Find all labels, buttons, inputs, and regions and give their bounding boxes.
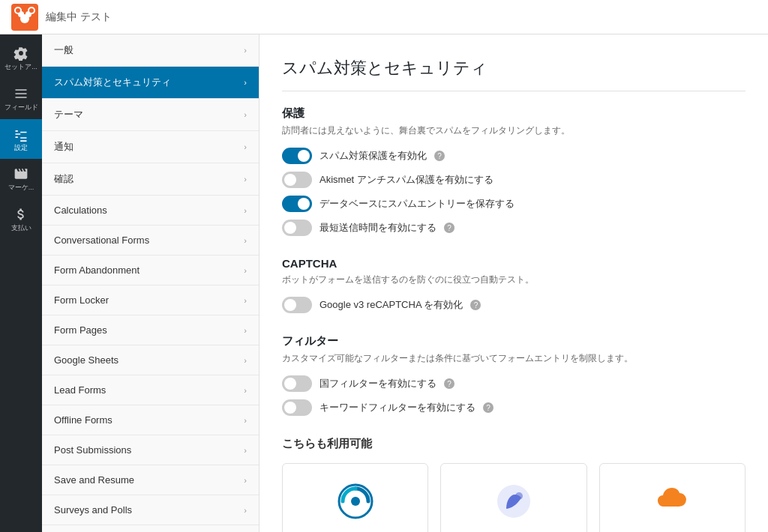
sidebar-label-payments: 支払い <box>11 224 32 232</box>
sidebar-item-settings[interactable]: 設定 <box>0 119 42 160</box>
section-captcha: CAPTCHA ボットがフォームを送信するのを防ぐのに役立つ自動テスト。 Goo… <box>282 257 746 313</box>
toggle-row-database: データベースにスパムエントリーを保存する <box>282 196 746 212</box>
app-logo <box>11 4 38 31</box>
toggle-mintime[interactable] <box>282 220 312 236</box>
toggle-row-akismet: Akismet アンチスパム保護を有効にする <box>282 172 746 188</box>
section-filters-desc: カスタマイズ可能なフィルターまたは条件に基づいてフォームエントリを制限します。 <box>282 352 746 365</box>
chevron-right-icon: › <box>244 386 247 395</box>
sidebar-label-settings: 設定 <box>14 144 28 152</box>
sidebar-item-field[interactable]: フィールド <box>0 79 42 119</box>
section-protection-desc: 訪問者には見えないように、舞台裏でスパムをフィルタリングします。 <box>282 124 746 137</box>
svg-point-4 <box>15 7 21 13</box>
nav-item-calculations[interactable]: Calculations › <box>42 196 259 226</box>
chevron-right-icon: › <box>244 326 247 335</box>
toggle-spam-label: スパム対策保護を有効化 <box>320 149 427 163</box>
nav-item-pages[interactable]: Form Pages › <box>42 315 259 345</box>
nav-item-offline[interactable]: Offline Forms › <box>42 405 259 435</box>
chevron-right-icon: › <box>244 266 247 275</box>
help-icon-recaptcha[interactable]: ? <box>470 300 481 310</box>
toggle-row-spam: スパム対策保護を有効化 ? <box>282 148 746 164</box>
section-captcha-title: CAPTCHA <box>282 257 746 270</box>
chevron-right-icon: › <box>244 110 247 119</box>
nav-item-confirmation[interactable]: 確認 › <box>42 163 259 196</box>
section-also-available: こちらも利用可能 カスタム CAPTCHA カスタムの質問をするか、訪問者にラン… <box>282 437 746 532</box>
cards-row: カスタム CAPTCHA カスタムの質問をするか、訪問者にランダムな数字パズルに… <box>282 463 746 532</box>
chevron-right-icon: › <box>244 236 247 245</box>
help-icon-mintime[interactable]: ? <box>444 223 454 233</box>
cloudflare-icon <box>650 479 694 524</box>
section-protection: 保護 訪問者には見えないように、舞台裏でスパムをフィルタリングします。 スパム対… <box>282 106 746 236</box>
toggle-database-label: データベースにスパムエントリーを保存する <box>320 197 514 211</box>
chevron-right-icon: › <box>244 296 247 305</box>
svg-point-9 <box>515 492 523 500</box>
chevron-right-icon: › <box>244 446 247 455</box>
toggle-row-mintime: 最短送信時間を有効にする ? <box>282 220 746 236</box>
card-hcaptcha: hCaptcha ビジュアル CAPTCHA を表示する、プライバシーを重視した… <box>440 463 586 532</box>
content-title: スパム対策とセキュリティ <box>282 57 746 91</box>
toggle-mintime-label: 最短送信時間を有効にする <box>320 221 436 235</box>
toggle-akismet[interactable] <box>282 172 312 188</box>
toggle-database[interactable] <box>282 196 312 212</box>
main-layout: セットア... フィールド 設定 マーケ... 支払い 一般 › スパム対策とセ… <box>0 34 768 532</box>
card-cloudflare: Cloudflare Turnstile データプライバシーを保護する CAPT… <box>599 463 746 532</box>
section-filters-title: フィルター <box>282 334 746 348</box>
nav-item-saveresume[interactable]: Save and Resume › <box>42 465 259 495</box>
toggle-row-country: 国フィルターを有効にする ? <box>282 375 746 392</box>
chevron-right-icon: › <box>244 142 247 151</box>
custom-captcha-icon <box>333 479 378 524</box>
sidebar-label-marketing: マーケ... <box>8 184 34 192</box>
hcaptcha-icon <box>491 479 536 524</box>
also-available-title: こちらも利用可能 <box>282 437 746 451</box>
nav-item-leadforms[interactable]: Lead Forms › <box>42 375 259 405</box>
nav-sidebar: 一般 › スパム対策とセキュリティ › テーマ › 通知 › 確認 › Calc… <box>42 34 260 532</box>
card-custom-captcha: カスタム CAPTCHA カスタムの質問をするか、訪問者にランダムな数字パズルに… <box>282 463 428 532</box>
sidebar-label-field: フィールド <box>4 103 38 112</box>
sidebar-label-setup: セットア... <box>4 63 38 71</box>
svg-point-3 <box>20 14 29 23</box>
toggle-keyword-label: キーワードフィルターを有効にする <box>320 401 476 414</box>
help-icon-spam[interactable]: ? <box>434 151 445 161</box>
nav-item-theme[interactable]: テーマ › <box>42 99 259 131</box>
chevron-right-icon-active: › <box>244 78 247 87</box>
nav-item-postsubmissions[interactable]: Post Submissions › <box>42 435 259 465</box>
chevron-right-icon: › <box>244 206 247 215</box>
toggle-recaptcha-label: Google v3 reCAPTCHA を有効化 <box>320 298 463 312</box>
sidebar-item-payments[interactable]: 支払い <box>0 199 42 240</box>
chevron-right-icon: › <box>244 476 247 485</box>
chevron-right-icon: › <box>244 175 247 184</box>
toggle-row-keyword: キーワードフィルターを有効にする ? <box>282 399 746 416</box>
content-area: スパム対策とセキュリティ 保護 訪問者には見えないように、舞台裏でスパムをフィル… <box>260 34 768 532</box>
help-icon-country[interactable]: ? <box>444 378 454 389</box>
toggle-keyword[interactable] <box>282 399 312 416</box>
nav-item-userregistration[interactable]: User Registration › <box>42 525 259 532</box>
nav-item-sheets[interactable]: Google Sheets › <box>42 345 259 375</box>
chevron-right-icon: › <box>244 46 247 55</box>
toggle-row-recaptcha: Google v3 reCAPTCHA を有効化 ? <box>282 297 746 313</box>
help-icon-keyword[interactable]: ? <box>483 402 494 413</box>
section-captcha-desc: ボットがフォームを送信するのを防ぐのに役立つ自動テスト。 <box>282 273 746 286</box>
toggle-akismet-label: Akismet アンチスパム保護を有効にする <box>320 173 494 187</box>
section-protection-title: 保護 <box>282 106 746 121</box>
chevron-right-icon: › <box>244 416 247 425</box>
sidebar-item-setup[interactable]: セットア... <box>0 38 42 79</box>
toggle-recaptcha[interactable] <box>282 297 312 313</box>
chevron-right-icon: › <box>244 506 247 515</box>
page-title: 編集中 テスト <box>46 10 112 24</box>
toggle-spam-protection[interactable] <box>282 148 312 164</box>
nav-item-conversational[interactable]: Conversational Forms › <box>42 226 259 256</box>
chevron-right-icon: › <box>244 356 247 365</box>
nav-item-surveys[interactable]: Surveys and Polls › <box>42 495 259 525</box>
toggle-country[interactable] <box>282 375 312 392</box>
toggle-country-label: 国フィルターを有効にする <box>320 377 436 390</box>
nav-item-spam[interactable]: スパム対策とセキュリティ › <box>42 67 259 99</box>
nav-item-general[interactable]: 一般 › <box>42 34 259 67</box>
svg-point-5 <box>28 7 34 13</box>
nav-item-locker[interactable]: Form Locker › <box>42 285 259 315</box>
section-filters: フィルター カスタマイズ可能なフィルターまたは条件に基づいてフォームエントリを制… <box>282 334 746 416</box>
sidebar-item-marketing[interactable]: マーケ... <box>0 159 42 199</box>
nav-item-notification[interactable]: 通知 › <box>42 131 259 163</box>
svg-point-7 <box>351 497 360 506</box>
top-bar: 編集中 テスト <box>0 0 768 34</box>
icon-sidebar: セットア... フィールド 設定 マーケ... 支払い <box>0 34 42 532</box>
nav-item-abandonment[interactable]: Form Abandonment › <box>42 256 259 285</box>
